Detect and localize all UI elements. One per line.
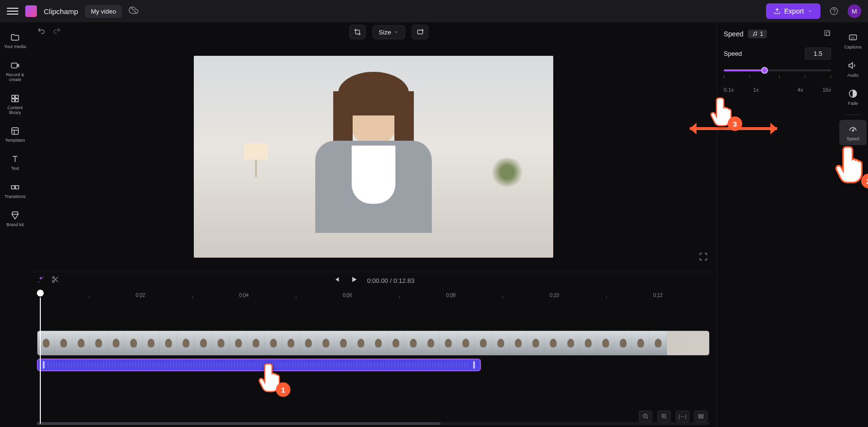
timeline: 0:00.00 / 0:12.83 0:020:040:060:080:100:… bbox=[30, 272, 716, 427]
timeline-wrap-button[interactable] bbox=[694, 411, 708, 422]
sidebar-item-templates[interactable]: Templates bbox=[1, 122, 29, 147]
speed-panel: Speed 1 Speed 0.1x 1x 4x 16x bbox=[716, 22, 838, 427]
svg-rect-12 bbox=[12, 186, 15, 189]
svg-rect-4 bbox=[12, 63, 17, 68]
svg-rect-21 bbox=[826, 32, 830, 35]
svg-rect-6 bbox=[16, 95, 18, 98]
svg-rect-37 bbox=[698, 417, 703, 418]
sidebar-item-record-create[interactable]: Record & create bbox=[1, 56, 29, 86]
text-icon bbox=[10, 154, 20, 164]
clip-handle-left[interactable] bbox=[43, 361, 45, 369]
svg-point-17 bbox=[852, 130, 854, 131]
play-button[interactable] bbox=[350, 275, 358, 286]
sidebar-item-your-media[interactable]: Your media bbox=[1, 28, 29, 53]
svg-line-35 bbox=[665, 417, 666, 418]
fullscreen-button[interactable] bbox=[699, 252, 708, 263]
right-sidebar: CC Captions Audio Fade Speed bbox=[838, 22, 868, 427]
svg-rect-7 bbox=[12, 99, 15, 102]
left-sidebar: Your media Record & create Content libra… bbox=[0, 22, 30, 427]
export-button[interactable]: Export bbox=[766, 3, 820, 19]
zoom-in-button[interactable] bbox=[657, 411, 671, 422]
speed-slider[interactable] bbox=[724, 66, 831, 85]
chevron-down-icon bbox=[394, 30, 399, 34]
fade-icon bbox=[848, 88, 858, 99]
preview-canvas[interactable] bbox=[194, 56, 553, 258]
selection-badge: 1 bbox=[748, 30, 767, 38]
sidebar-item-transitions[interactable]: Transitions bbox=[1, 178, 29, 203]
scissors-icon[interactable] bbox=[51, 276, 59, 285]
audio-icon bbox=[848, 60, 858, 71]
app-header: Clipchamp My video Export M bbox=[0, 0, 868, 22]
sidebar-item-brand-kit[interactable]: Brand kit bbox=[1, 206, 29, 231]
stage: Size 0:00.00 / 0:12.83 bbox=[30, 22, 716, 427]
panel-tab-audio[interactable]: Audio bbox=[839, 56, 867, 82]
svg-point-24 bbox=[38, 281, 39, 282]
video-track[interactable] bbox=[37, 330, 710, 356]
avatar[interactable]: M bbox=[848, 4, 861, 18]
svg-rect-9 bbox=[12, 128, 18, 134]
tutorial-hand-1: 1 bbox=[257, 359, 287, 393]
playhead[interactable] bbox=[37, 290, 44, 296]
speed-icon bbox=[848, 124, 858, 134]
transitions-icon bbox=[10, 182, 20, 193]
speed-label: Speed bbox=[724, 50, 742, 57]
svg-rect-36 bbox=[698, 415, 703, 416]
zoom-fit-button[interactable]: |↔| bbox=[676, 411, 689, 422]
panel-tab-captions[interactable]: CC Captions bbox=[839, 28, 867, 53]
undo-button[interactable] bbox=[37, 27, 46, 37]
templates-icon bbox=[10, 126, 20, 136]
sidebar-item-content-library[interactable]: Content library bbox=[1, 89, 29, 119]
menu-icon[interactable] bbox=[7, 5, 18, 17]
svg-point-18 bbox=[753, 35, 754, 36]
clipchamp-logo-icon bbox=[25, 5, 37, 17]
timeline-ruler[interactable]: 0:020:040:060:080:100:12 bbox=[37, 292, 710, 306]
preview-share-button[interactable] bbox=[412, 25, 428, 39]
svg-rect-5 bbox=[12, 95, 15, 98]
detach-panel-icon[interactable] bbox=[823, 29, 831, 39]
size-dropdown[interactable]: Size bbox=[373, 25, 405, 39]
svg-rect-20 bbox=[825, 31, 830, 36]
prev-frame-button[interactable] bbox=[332, 275, 341, 286]
folder-icon bbox=[10, 32, 20, 43]
sidebar-item-text[interactable]: Text bbox=[1, 150, 29, 175]
panel-title: Speed bbox=[724, 30, 743, 38]
redo-button[interactable] bbox=[52, 27, 61, 37]
svg-rect-8 bbox=[16, 99, 18, 102]
sync-status-icon bbox=[129, 5, 138, 17]
record-icon bbox=[10, 60, 20, 71]
zoom-out-button[interactable] bbox=[639, 411, 652, 422]
tutorial-hand-2: 2 bbox=[833, 141, 868, 184]
time-display: 0:00.00 / 0:12.83 bbox=[367, 277, 415, 284]
svg-point-3 bbox=[834, 13, 834, 14]
crop-button[interactable] bbox=[349, 25, 366, 39]
panel-tab-fade[interactable]: Fade bbox=[839, 84, 867, 110]
project-title[interactable]: My video bbox=[85, 5, 122, 18]
brandkit-icon bbox=[10, 210, 20, 221]
help-icon[interactable] bbox=[827, 4, 841, 18]
cc-icon: CC bbox=[848, 32, 858, 43]
svg-rect-22 bbox=[418, 30, 423, 34]
chevron-down-icon bbox=[808, 9, 813, 14]
svg-point-23 bbox=[43, 277, 44, 278]
svg-point-19 bbox=[756, 34, 757, 35]
brand-name: Clipchamp bbox=[44, 7, 78, 16]
svg-point-25 bbox=[52, 277, 54, 279]
svg-point-26 bbox=[52, 280, 54, 282]
svg-line-0 bbox=[130, 7, 136, 13]
tutorial-hand-3: 3 bbox=[709, 93, 738, 127]
library-icon bbox=[10, 93, 20, 104]
magic-icon[interactable] bbox=[37, 276, 45, 285]
svg-rect-13 bbox=[16, 186, 19, 189]
music-note-icon bbox=[752, 31, 758, 37]
clip-handle-right[interactable] bbox=[473, 361, 475, 369]
timeline-scrollbar[interactable] bbox=[37, 422, 710, 425]
svg-line-31 bbox=[647, 417, 647, 418]
speed-input[interactable] bbox=[805, 48, 831, 60]
speed-slider-thumb[interactable] bbox=[761, 67, 768, 74]
svg-text:CC: CC bbox=[851, 36, 854, 39]
